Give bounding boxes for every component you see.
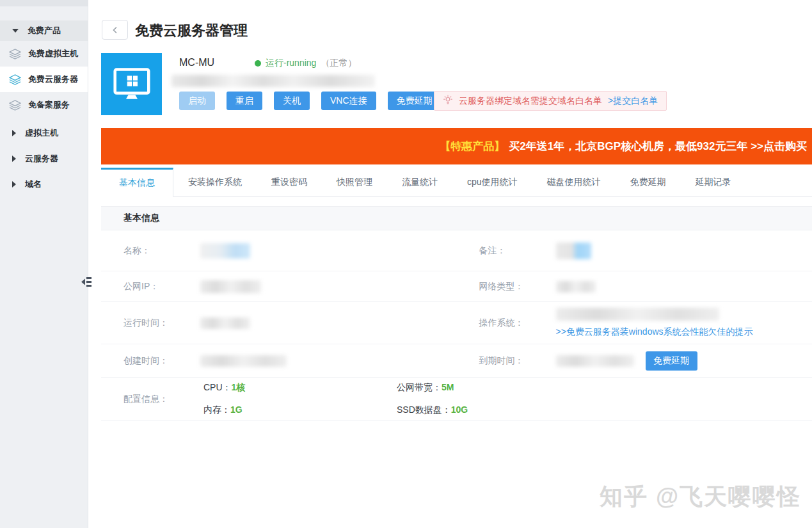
config-memory: 内存：1G: [203, 404, 397, 416]
promo-banner[interactable]: 【特惠产品】 买2年送1年，北京BGP核心机房，最低932元三年 >>点击购买: [101, 128, 812, 164]
promo-highlight: 【特惠产品】: [440, 139, 505, 154]
chevron-right-icon: [12, 181, 16, 188]
tab-snapshot[interactable]: 快照管理: [322, 168, 387, 196]
back-button[interactable]: [102, 20, 128, 40]
reboot-button[interactable]: 重启: [227, 92, 262, 110]
config-bandwidth: 公网带宽：5M: [397, 382, 468, 394]
bulb-icon: [443, 95, 453, 107]
redacted-remark-value: [556, 243, 591, 259]
redacted-uptime-value: [200, 317, 250, 329]
sidebar-group-label: 虚拟主机: [25, 127, 58, 139]
tab-install-os[interactable]: 安装操作系统: [173, 168, 257, 196]
name-label: 名称：: [123, 245, 200, 257]
sidebar-group-label: 域名: [25, 179, 42, 190]
layers-icon: [9, 100, 21, 111]
shutdown-button[interactable]: 关机: [274, 92, 310, 110]
sidebar-group-free-products[interactable]: 免费产品: [0, 20, 88, 41]
info-row-name-remark: 名称： 备注：: [101, 230, 812, 271]
layers-icon: [9, 74, 21, 85]
redacted-network-type-value: [556, 281, 596, 292]
memory-label: 内存：: [203, 404, 230, 415]
sidebar-group-label: 免费产品: [28, 25, 61, 36]
tab-free-extend[interactable]: 免费延期: [616, 168, 681, 196]
redacted-expire-time-value: [556, 355, 634, 367]
config-info-label: 配置信息：: [123, 394, 200, 405]
config-cpu: CPU：1核: [203, 382, 397, 394]
memory-value: 1G: [230, 404, 243, 415]
tab-basic-info[interactable]: 基本信息: [101, 168, 173, 197]
free-extend-button[interactable]: 免费延期: [388, 92, 442, 110]
uptime-label: 运行时间：: [123, 317, 200, 329]
sidebar-item-label: 免费云服务器: [28, 74, 78, 85]
tab-reset-password[interactable]: 重设密码: [257, 168, 322, 196]
basic-info-panel: 基本信息 名称： 备注： 公网IP： 网络类型： 运行时间： 操作系统：: [101, 206, 812, 421]
sidebar-group-virtual-host[interactable]: 虚拟主机: [0, 120, 88, 146]
sidebar-group-domain[interactable]: 域名: [0, 172, 88, 197]
windows-performance-tip-link[interactable]: >>免费云服务器装windows系统会性能欠佳的提示: [556, 326, 753, 338]
sidebar-top-strip: [0, 0, 88, 6]
section-title: 基本信息: [101, 206, 812, 230]
chevron-right-icon: [12, 156, 16, 162]
server-action-buttons: 启动 重启 关机 VNC连接 免费延期: [179, 92, 442, 110]
created-time-label: 创建时间：: [123, 355, 200, 367]
free-extend-button-inline[interactable]: 免费延期: [646, 351, 697, 371]
sidebar-group-cloud-server[interactable]: 云服务器: [0, 146, 88, 172]
server-name: MC-MU: [179, 57, 214, 68]
info-row-created-expire: 创建时间： 到期时间： 免费延期: [101, 344, 812, 378]
submit-whitelist-link[interactable]: >提交白名单: [608, 95, 658, 107]
watermark-text: 知乎 @飞天嘤嘤怪: [571, 481, 801, 513]
chevron-down-icon: [12, 29, 19, 33]
chevron-right-icon: [12, 130, 16, 136]
chevron-left-icon: [112, 26, 118, 34]
server-status: 运行-running （正常）: [255, 58, 356, 69]
info-row-config: 配置信息： CPU：1核 内存：1G 公网带宽：5M SSD数据盘：10G: [101, 378, 812, 421]
server-monitor-icon: [101, 53, 162, 115]
bandwidth-label: 公网带宽：: [397, 382, 442, 392]
tab-traffic-stats[interactable]: 流量统计: [387, 168, 452, 196]
sidebar-item-label: 免备案服务: [28, 99, 70, 111]
tab-extend-history[interactable]: 延期记录: [681, 168, 746, 196]
cpu-label: CPU：: [203, 382, 232, 392]
whitelist-notice: 云服务器绑定域名需提交域名白名单 >提交白名单: [434, 91, 667, 111]
sidebar-item-free-virtual-host[interactable]: 免费虚拟主机: [0, 41, 88, 67]
config-ssd: SSD数据盘：10G: [397, 404, 468, 416]
tab-cpu-stats[interactable]: cpu使用统计: [452, 168, 532, 196]
promo-text: 买2年送1年，北京BGP核心机房，最低932元三年 >>点击购买: [509, 139, 807, 154]
status-suffix: （正常）: [321, 58, 356, 69]
config-values: CPU：1核 内存：1G 公网带宽：5M SSD数据盘：10G: [200, 382, 468, 416]
ssd-label: SSD数据盘：: [397, 404, 451, 415]
sidebar-item-label: 免费虚拟主机: [28, 48, 78, 60]
redacted-name-value: [200, 243, 250, 259]
notice-text: 云服务器绑定域名需提交域名白名单: [459, 95, 602, 107]
info-row-ip-network: 公网IP： 网络类型：: [101, 271, 812, 302]
redacted-created-time-value: [200, 355, 287, 367]
sidebar-group-label: 云服务器: [25, 153, 58, 164]
start-button[interactable]: 启动: [179, 92, 215, 110]
ssd-value: 10G: [451, 404, 468, 415]
public-ip-label: 公网IP：: [123, 281, 200, 292]
cpu-value: 1核: [232, 382, 246, 392]
expire-time-label: 到期时间：: [479, 355, 556, 367]
sidebar: 免费产品 免费虚拟主机 免费云服务器 免备案服务 虚拟主机 云服务器 域名: [0, 0, 88, 528]
layers-icon: [9, 49, 21, 60]
bandwidth-value: 5M: [442, 382, 454, 392]
sidebar-collapse-icon[interactable]: [81, 275, 92, 288]
os-label: 操作系统：: [479, 317, 556, 329]
page-title: 免费云服务器管理: [135, 21, 248, 40]
status-text: 运行-running: [266, 58, 316, 69]
remark-label: 备注：: [479, 245, 556, 257]
info-row-uptime-os: 运行时间： 操作系统： >>免费云服务器装windows系统会性能欠佳的提示: [101, 302, 812, 344]
network-type-label: 网络类型：: [479, 281, 556, 292]
sidebar-item-free-cloud-server[interactable]: 免费云服务器: [0, 67, 88, 92]
redacted-server-info: [171, 75, 375, 87]
status-dot-icon: [255, 60, 261, 67]
sidebar-item-free-icp-service[interactable]: 免备案服务: [0, 92, 88, 118]
vnc-connect-button[interactable]: VNC连接: [321, 92, 376, 110]
redacted-os-value: [556, 308, 719, 321]
redacted-public-ip-value: [200, 280, 261, 293]
tab-disk-stats[interactable]: 磁盘使用统计: [532, 168, 616, 196]
tab-bar: 基本信息 安装操作系统 重设密码 快照管理 流量统计 cpu使用统计 磁盘使用统…: [101, 168, 812, 197]
